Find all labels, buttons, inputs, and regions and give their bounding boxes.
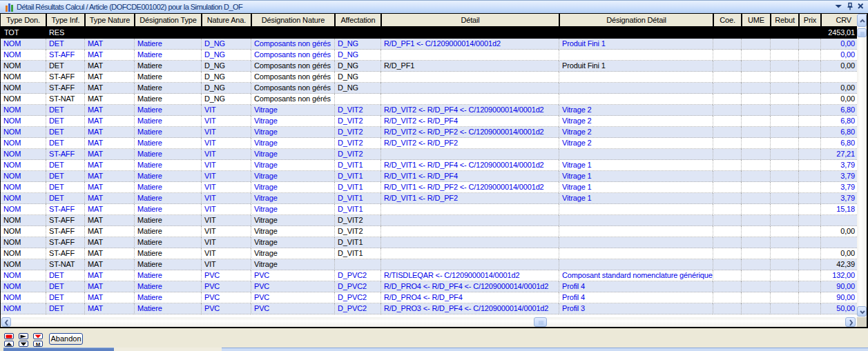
svg-text:M: M [36, 341, 41, 347]
